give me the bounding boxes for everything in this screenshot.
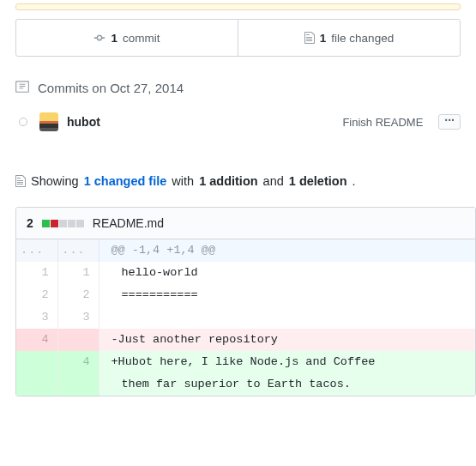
line-num-old[interactable] (16, 373, 57, 396)
line-num-old[interactable]: 3 (16, 306, 57, 329)
hunk-gutter-new[interactable]: ... (57, 239, 99, 262)
diff-table: ... ... @@ -1,4 +1,4 @@ 1 1 hello-world … (16, 239, 475, 396)
commit-node-icon (19, 118, 27, 126)
line-num-old[interactable] (16, 351, 57, 373)
commits-date-header: Commits on Oct 27, 2014 (15, 79, 461, 97)
commit-label: commit (123, 32, 160, 45)
hunk-gutter-old[interactable]: ... (16, 239, 57, 262)
diffstat-neutral-block (68, 220, 75, 227)
files-changed-cell[interactable]: 1 file changed (238, 20, 460, 56)
line-code: them far superior to Earth tacos. (99, 373, 475, 396)
line-code: hello-world (99, 262, 475, 284)
diffstat-add-block (42, 220, 50, 227)
summary-suffix: . (352, 174, 356, 188)
diff-hunk-row: ... ... @@ -1,4 +1,4 @@ (16, 239, 475, 262)
commit-message[interactable]: Finish README (342, 116, 430, 129)
diff-file: 2 README.md ... ... @@ -1,4 +1,4 @@ 1 1 … (15, 207, 476, 396)
commit-count: 1 (111, 32, 117, 45)
summary-prefix: Showing (31, 174, 79, 188)
file-diff-icon (15, 174, 26, 188)
commit-icon (93, 32, 105, 44)
deletions-count: 1 deletion (289, 174, 347, 188)
diff-file-header[interactable]: 2 README.md (16, 208, 475, 239)
avatar[interactable] (39, 112, 58, 131)
line-num-new[interactable] (57, 373, 99, 396)
changed-file-link[interactable]: 1 changed file (84, 174, 167, 188)
expand-button[interactable]: ··· (438, 114, 461, 130)
additions-count: 1 addition (199, 174, 257, 188)
diffstat-blocks (42, 220, 84, 227)
line-num-new[interactable]: 1 (57, 262, 99, 284)
summary-mid1: with (172, 174, 194, 188)
line-code: =========== (99, 284, 475, 306)
line-num-new[interactable]: 3 (57, 306, 99, 329)
commits-list: Commits on Oct 27, 2014 hubot Finish REA… (15, 79, 461, 131)
diff-line-ctx: 1 1 hello-world (16, 262, 475, 284)
summary-mid2: and (263, 174, 284, 188)
line-num-old[interactable]: 2 (16, 284, 57, 306)
hunk-header: @@ -1,4 +1,4 @@ (99, 239, 475, 262)
line-num-new[interactable]: 4 (57, 351, 99, 373)
diff-line-add: them far superior to Earth tacos. (16, 373, 475, 396)
diff-line-del: 4 -Just another repository (16, 329, 475, 351)
line-num-old[interactable]: 4 (16, 329, 57, 351)
alert-banner (15, 3, 461, 10)
commit-author[interactable]: hubot (67, 115, 100, 129)
files-count: 1 (320, 32, 327, 45)
line-code: +Hubot here, I like Node.js and Coffee (99, 351, 475, 373)
commit-row[interactable]: hubot Finish README ··· (19, 112, 461, 131)
diff-line-ctx: 2 2 =========== (16, 284, 475, 306)
line-num-new[interactable] (57, 329, 99, 351)
line-code: -Just another repository (99, 329, 475, 351)
commits-date-text: Commits on Oct 27, 2014 (38, 81, 184, 95)
commits-count-cell[interactable]: 1 commit (16, 20, 238, 56)
file-diff-icon (304, 31, 315, 45)
line-code (99, 306, 475, 329)
files-label: file changed (331, 32, 394, 45)
diffstat-del-block (51, 220, 58, 227)
diff-summary: Showing 1 changed file with 1 addition a… (15, 174, 461, 188)
diff-change-count: 2 (27, 216, 33, 230)
line-num-new[interactable]: 2 (57, 284, 99, 306)
diff-line-add: 4 +Hubot here, I like Node.js and Coffee (16, 351, 475, 373)
diff-line-ctx: 3 3 (16, 306, 475, 329)
line-num-old[interactable]: 1 (16, 262, 57, 284)
diff-filename[interactable]: README.md (93, 216, 164, 230)
diffstat-neutral-block (76, 220, 84, 227)
diffstat-neutral-block (59, 220, 67, 227)
git-branch-icon (15, 79, 29, 97)
stats-bar: 1 commit 1 file changed (15, 19, 461, 57)
